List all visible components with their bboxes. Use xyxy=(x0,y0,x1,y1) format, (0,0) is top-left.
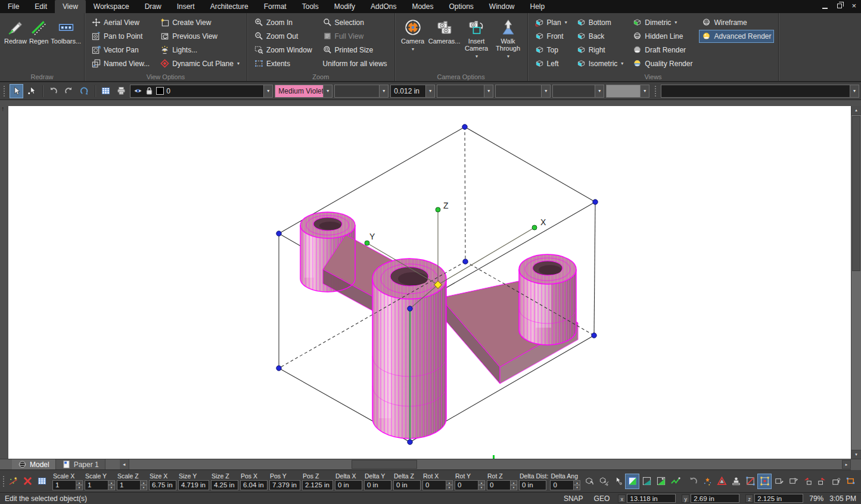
scale-z-input[interactable]: 1 xyxy=(117,480,141,490)
style-combo[interactable]: ▾ xyxy=(552,85,604,98)
z-coord-field[interactable]: 2.125 in xyxy=(754,494,803,503)
delta-dist-input[interactable]: 0 in xyxy=(519,480,546,490)
scroll-up-icon[interactable]: ▴ xyxy=(851,106,861,115)
scale-y-input[interactable]: 1 xyxy=(85,480,108,490)
chevron-down-icon[interactable]: ▾ xyxy=(850,85,859,98)
pen-style-combo[interactable]: ▾ xyxy=(334,85,388,98)
view-isometric-button[interactable]: Isometric▾ xyxy=(574,57,627,70)
chevron-down-icon[interactable]: ▾ xyxy=(426,85,435,98)
printed-size-button[interactable]: Printed Size xyxy=(320,43,390,57)
pen-color-combo[interactable]: Medium Violet ▾ xyxy=(275,85,332,98)
edit-handles-mode-icon[interactable] xyxy=(786,474,800,489)
rot-y-input[interactable]: 0 xyxy=(455,480,478,490)
pick-point-mode-icon[interactable] xyxy=(611,474,625,489)
pan-to-point-button[interactable]: Pan to Point xyxy=(89,30,153,43)
center-reference-mode-icon[interactable] xyxy=(757,474,772,489)
toolbars-button[interactable]: Toolbars... xyxy=(51,15,81,45)
x-coord-field[interactable]: 13.118 in xyxy=(627,494,676,503)
pos-x-input[interactable]: 6.04 in xyxy=(240,480,268,490)
zoom-selection-button[interactable]: Selection xyxy=(320,16,390,29)
restore-icon[interactable] xyxy=(837,4,842,8)
rot-x-input[interactable]: 0 xyxy=(422,480,446,490)
menu-addons[interactable]: AddOns xyxy=(363,0,404,13)
view-back-button[interactable]: Back xyxy=(574,30,627,43)
menu-architecture[interactable]: Architecture xyxy=(203,0,256,13)
wireframe-button[interactable]: Wireframe xyxy=(699,16,774,29)
x-coord-icon[interactable]: x xyxy=(618,494,626,503)
lock-reference-icon[interactable] xyxy=(829,474,843,489)
edit-selection-button[interactable] xyxy=(6,474,20,489)
create-view-button[interactable]: Create View xyxy=(157,16,243,29)
menu-modes[interactable]: Modes xyxy=(404,0,441,13)
previous-view-button[interactable]: Previous View xyxy=(157,30,243,43)
lights-button[interactable]: Lights... xyxy=(157,43,243,57)
walk-through-button[interactable]: Walk Through▾ xyxy=(493,15,523,59)
z-coord-icon[interactable]: z xyxy=(745,494,753,503)
stamp-mode-icon[interactable] xyxy=(729,474,743,489)
rot-y-stepper[interactable]: ▴▾ xyxy=(478,480,485,490)
delta-x-input[interactable]: 0 in xyxy=(335,480,362,490)
view-front-button[interactable]: Front xyxy=(532,30,570,43)
redraw-button[interactable]: Redraw xyxy=(4,15,27,45)
pattern-combo[interactable]: ▾ xyxy=(437,85,493,98)
zoom-out-button[interactable]: Zoom Out xyxy=(251,30,315,43)
polygon-select-mode-icon[interactable] xyxy=(654,474,668,489)
tab-scroll-left-icon[interactable]: ◂ xyxy=(120,459,129,469)
scale-x-input[interactable]: 1 xyxy=(52,480,76,490)
snap-toggle[interactable]: SNAP xyxy=(561,494,586,503)
y-axis-handle[interactable] xyxy=(365,241,369,245)
edit-bars-mode-icon[interactable] xyxy=(772,474,786,489)
aerial-view-button[interactable]: Aerial View xyxy=(89,16,153,29)
scale-y-stepper[interactable]: ▴▾ xyxy=(108,480,115,490)
spray-mode-icon[interactable] xyxy=(700,474,714,489)
insert-camera-button[interactable]: Insert Camera▾ xyxy=(462,15,491,59)
undo-small-icon[interactable] xyxy=(686,474,700,489)
no-frame-mode-icon[interactable] xyxy=(743,474,757,489)
tab-paper-1[interactable]: Paper 1 xyxy=(56,459,105,469)
uniform-for-all-views-button[interactable]: Uniform for all views xyxy=(320,57,390,70)
y-coord-icon[interactable]: y xyxy=(682,494,689,503)
hatch-combo[interactable]: ▾ xyxy=(495,85,551,98)
chevron-down-icon[interactable]: ▾ xyxy=(380,85,388,98)
y-coord-field[interactable]: 2.69 in xyxy=(691,494,739,503)
pos-z-input[interactable]: 2.125 in xyxy=(302,480,333,490)
delta-ang-input[interactable]: 0 xyxy=(550,480,574,490)
undo-button[interactable] xyxy=(46,84,60,98)
select-3d-mode-icon[interactable] xyxy=(582,474,596,489)
chevron-down-icon[interactable]: ▾ xyxy=(484,85,493,98)
draft-render-button[interactable]: Draft Render xyxy=(630,43,695,57)
named-view-button[interactable]: Named View... xyxy=(89,57,153,70)
view-right-button[interactable]: Right xyxy=(574,43,627,57)
rot-x-stepper[interactable]: ▴▾ xyxy=(446,480,453,490)
menu-file[interactable]: File xyxy=(0,0,27,13)
chevron-down-icon[interactable]: ▾ xyxy=(641,85,649,98)
rot-z-stepper[interactable]: ▴▾ xyxy=(511,480,517,490)
vertical-scrollbar[interactable]: ▴ ▾ xyxy=(851,106,861,459)
delta-y-input[interactable]: 0 in xyxy=(364,480,391,490)
line-width-combo[interactable]: 0.012 in ▾ xyxy=(390,85,435,98)
x-axis-handle[interactable] xyxy=(532,225,537,230)
extents-button[interactable]: Extents xyxy=(251,57,315,70)
menu-window[interactable]: Window xyxy=(481,0,523,13)
view-left-button[interactable]: Left xyxy=(532,57,570,70)
menu-draw[interactable]: Draw xyxy=(137,0,169,13)
toolbar-grip[interactable] xyxy=(655,86,657,97)
cameras-button[interactable]: Cameras... xyxy=(429,15,460,45)
view-bottom-button[interactable]: Bottom xyxy=(574,16,627,29)
chevron-down-icon[interactable]: ▾ xyxy=(595,85,604,98)
fill-combo[interactable]: ▾ xyxy=(606,85,649,98)
bounds-mode-icon[interactable] xyxy=(843,474,857,489)
tab-model[interactable]: Model xyxy=(12,459,56,469)
scale-x-stepper[interactable]: ▴▾ xyxy=(76,480,83,490)
vector-pan-button[interactable]: Vector Pan xyxy=(89,43,153,57)
cancel-selection-button[interactable] xyxy=(20,474,35,489)
regen-button[interactable]: Regen xyxy=(29,15,48,45)
scale-percent-mode-icon[interactable] xyxy=(596,474,611,489)
size-y-input[interactable]: 4.719 in xyxy=(178,480,209,490)
horizontal-scrollbar-thumb[interactable] xyxy=(352,460,417,469)
delta-ang-stepper[interactable]: ▴▾ xyxy=(574,480,580,490)
crossing-select-mode-icon[interactable] xyxy=(639,474,654,489)
menu-insert[interactable]: Insert xyxy=(169,0,203,13)
chevron-down-icon[interactable]: ▾ xyxy=(542,85,551,98)
vertical-scrollbar-thumb[interactable] xyxy=(852,116,860,271)
